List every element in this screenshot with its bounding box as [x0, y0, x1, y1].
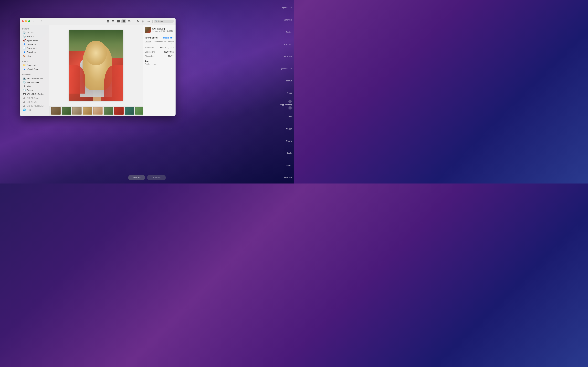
forward-button[interactable]: › — [36, 19, 38, 23]
sidebar-item-dd23[interactable]: 🖧 DD-23-NETGEAR — [20, 104, 48, 108]
search-input[interactable] — [158, 20, 171, 22]
thumbnail-1[interactable] — [51, 107, 61, 115]
knit-accent-2 — [104, 65, 123, 100]
svg-rect-14 — [128, 20, 130, 21]
timeline-item-dicembre[interactable]: Dicembre — [276, 50, 294, 62]
timeline-item-agosto[interactable]: Agosto — [276, 159, 294, 171]
svg-rect-8 — [118, 20, 119, 22]
timeline-item-febbraio[interactable]: Febbraio — [276, 75, 294, 87]
sidebar-item-dd21[interactable]: 🖧 DD-21-Qnap — [20, 96, 48, 100]
thumbnail-3[interactable] — [72, 107, 82, 115]
timeline-scroll-up[interactable]: ▲ — [288, 100, 292, 103]
sidebar-label-dd23: DD-23-NETGEAR — [27, 105, 44, 107]
timeline-item-settembre2[interactable]: Settembre — [276, 171, 294, 184]
user-home-icon: 🏠 — [23, 55, 26, 57]
sidebar-item-download[interactable]: ⬇ Download — [20, 50, 48, 54]
sidebar-label-rete: Rete — [27, 109, 31, 111]
mostra-altro-button[interactable]: Mostra altro — [163, 37, 173, 39]
svg-rect-12 — [123, 22, 124, 22]
sidebar-item-usb[interactable]: 💾 Wilk USB 3.0 Device — [20, 92, 48, 96]
svg-rect-2 — [107, 21, 108, 22]
thumbnail-9[interactable] — [135, 107, 143, 115]
bottom-bar: Annulla Ripristina — [128, 175, 166, 180]
timeline-item-luglio[interactable]: Luglio — [276, 147, 294, 159]
search-icon: 🔍 — [155, 20, 157, 22]
info-row-dimensioni: Dimensioni 3024×4032 — [145, 50, 173, 53]
timeline-item-settembre[interactable]: Settembre — [276, 14, 294, 26]
column-view-button[interactable] — [116, 19, 121, 23]
svg-rect-7 — [117, 20, 118, 22]
sidebar-item-condivisi[interactable]: 📁 Condivisi — [20, 63, 48, 67]
annulla-button[interactable]: Annulla — [128, 175, 145, 180]
sidebar-item-dd22[interactable]: 🖧 DD-22-WD — [20, 100, 48, 104]
sidebar-label-alex: alex — [27, 55, 31, 57]
timeline-item-gennaio2024[interactable]: gennaio 2024 — [276, 62, 294, 75]
more-button[interactable] — [146, 19, 151, 23]
tag-button[interactable] — [141, 19, 145, 23]
icon-view-button[interactable] — [106, 19, 110, 23]
thumbnail-2[interactable] — [62, 107, 71, 115]
timeline-item-marzo[interactable]: Marzo — [276, 87, 294, 99]
risoluzione-label: Risoluzione — [145, 55, 155, 57]
download-icon: ⬇ — [23, 51, 26, 53]
sidebar-item-backup[interactable]: 🕐 Backup — [20, 88, 48, 92]
main-image-container[interactable] — [49, 25, 143, 106]
sidebar-item-icloud-drive[interactable]: ☁ iCloud Drive — [20, 67, 48, 71]
svg-rect-9 — [119, 20, 120, 22]
sidebar-item-applicazioni[interactable]: 🚀 Applicazioni — [20, 38, 48, 42]
tag-title: Tag — [145, 60, 173, 62]
sidebar-item-rete[interactable]: 🌐 Rete — [20, 108, 48, 112]
minimize-button[interactable] — [25, 20, 27, 22]
sidebar-item-documenti[interactable]: 📄 Documenti — [20, 46, 48, 50]
sidebar-item-macbook[interactable]: 💻 alex's MacBook Pro — [20, 76, 48, 80]
thumbnail-5[interactable] — [93, 107, 103, 115]
modificato-value: 9 nov 2022, 12:13 — [160, 47, 173, 49]
list-view-button[interactable] — [111, 19, 115, 23]
sidebar-item-alex[interactable]: 🏠 alex — [20, 54, 48, 58]
favorites-label: Preferiti — [20, 26, 49, 31]
svg-rect-11 — [122, 22, 123, 22]
thumbnail-8[interactable] — [125, 107, 134, 115]
sidebar-item-macintosh-hd[interactable]: 💿 Macintosh HD — [20, 80, 48, 84]
filetype: Immagine JPEG – 2,2 MB — [152, 30, 173, 32]
add-tag-field[interactable]: Aggiungi tag... — [145, 63, 173, 65]
sidebar-label-airdrop: AirDrop — [27, 31, 34, 34]
share-button[interactable] — [135, 19, 140, 23]
group-by-button[interactable] — [127, 19, 133, 23]
thumbnail-6[interactable] — [104, 107, 113, 115]
sidebar-label-scrivania: Scrivania — [27, 43, 36, 46]
gallery-view-button[interactable] — [121, 19, 126, 23]
info-section-title: Informazioni — [145, 37, 157, 39]
main-photo[interactable] — [69, 30, 123, 100]
close-button[interactable] — [22, 20, 24, 22]
timeline-item-aprile[interactable]: Aprile — [276, 110, 294, 123]
ripristina-button[interactable]: Ripristina — [147, 175, 166, 180]
svg-rect-5 — [112, 21, 114, 21]
svg-rect-6 — [112, 22, 114, 22]
svg-rect-1 — [108, 20, 109, 21]
thumbnail-strip — [49, 106, 143, 116]
sidebar-label-download: Download — [27, 51, 36, 53]
sidebar-label-vms: VMs — [27, 85, 31, 87]
sidebar-item-scrivania[interactable]: 🖥 Scrivania — [20, 42, 48, 46]
sidebar-item-vms[interactable]: 🖥 VMs — [20, 84, 48, 88]
thumbnail-4[interactable] — [83, 107, 92, 115]
sidebar-item-recenti[interactable]: 🕐 Recenti — [20, 34, 48, 38]
toolbar-icons: 🔍 — [106, 19, 173, 23]
window-controls — [22, 20, 30, 22]
back-button[interactable]: ‹ — [33, 19, 35, 23]
thumbnail-7[interactable] — [114, 107, 124, 115]
info-panel: IMG_5719.jpg Immagine JPEG – 2,2 MB Info… — [143, 25, 175, 116]
file-header: IMG_5719.jpg Immagine JPEG – 2,2 MB — [145, 27, 173, 34]
macintosh-hd-icon: 💿 — [23, 81, 26, 83]
timeline-item-novembre[interactable]: Novembre — [276, 38, 294, 50]
timeline: agosto 2023 Settembre Ottobre Novembre D… — [276, 0, 294, 184]
maximize-button[interactable] — [28, 20, 30, 22]
timeline-item-maggio[interactable]: Maggio — [276, 123, 294, 135]
timeline-item-giugno[interactable]: Giugno — [276, 135, 294, 147]
timeline-item-ottobre[interactable]: Ottobre — [276, 26, 294, 38]
sidebar-item-airdrop[interactable]: 📡 AirDrop — [20, 31, 48, 34]
timeline-item-agosto2023[interactable]: agosto 2023 — [276, 2, 294, 14]
timeline-scroll-down[interactable]: ▼ — [288, 106, 292, 110]
dd21-icon: 🖧 — [23, 97, 26, 99]
